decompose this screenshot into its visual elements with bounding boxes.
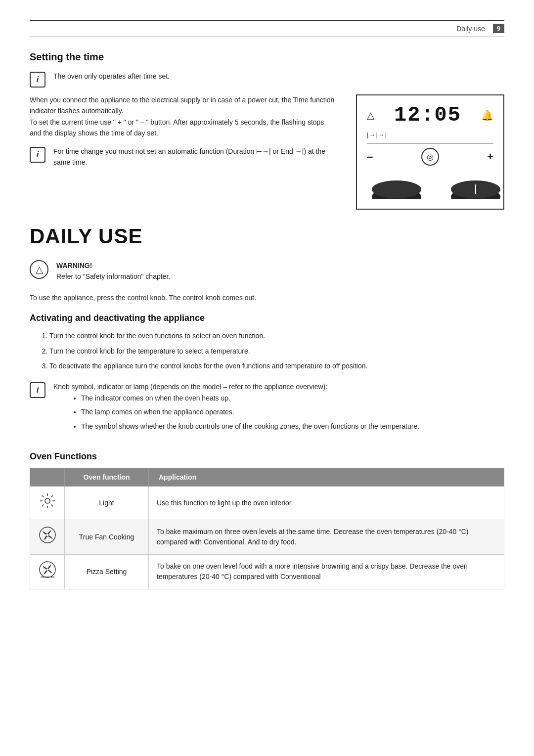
intro-text: To use the appliance, press the control … — [30, 292, 504, 303]
fan-application-cell: To bake maximum on three oven levels at … — [149, 520, 504, 554]
sound-icon: 🔔 — [481, 109, 493, 121]
warning-block: △ WARNING! Refer to "Safety information"… — [30, 260, 504, 282]
minus-sign: – — [367, 150, 373, 163]
activating-steps: Turn the control knob for the oven funct… — [49, 330, 504, 371]
warning-icon: △ — [30, 260, 48, 279]
table-header-row: Oven function Application — [30, 468, 504, 486]
fan-function-cell: True Fan Cooking — [65, 520, 149, 554]
info-icon-2: i — [30, 147, 45, 163]
info-icon-3: i — [30, 382, 45, 398]
bell-icon: △ — [367, 109, 374, 121]
light-function-cell: Light — [65, 486, 149, 520]
oven-functions-title: Oven Functions — [30, 451, 504, 462]
svg-point-1 — [372, 180, 421, 198]
setting-time-para: When you connect the appliance to the el… — [30, 94, 336, 139]
activating-title: Activating and deactivating the applianc… — [30, 313, 504, 323]
bullet-2: The lamp comes on when the appliance ope… — [81, 406, 419, 417]
svg-point-15 — [46, 534, 49, 536]
clock-knobs-svg — [367, 170, 505, 199]
header-page: 9 — [493, 24, 504, 33]
col-function-header: Oven function — [65, 468, 149, 486]
clock-time: 12:05 — [394, 103, 461, 127]
info-block-1: i The oven only operates after time set. — [30, 71, 504, 88]
setting-time-layout: When you connect the appliance to the el… — [30, 94, 504, 210]
header-title: Daily use — [456, 25, 485, 33]
bullet-3: The symbol shows whether the knob contro… — [81, 421, 419, 432]
fan-icon-cell — [30, 520, 65, 554]
setting-time-section: Setting the time i The oven only operate… — [30, 51, 504, 210]
setting-time-title: Setting the time — [30, 51, 504, 63]
oven-functions-table: Oven function Application — [30, 468, 504, 589]
knob-info-main: Knob symbol, indicator or lamp (depends … — [53, 381, 419, 392]
page: Daily use 9 Setting the time i The oven … — [0, 0, 534, 756]
col-application-header: Application — [149, 468, 504, 486]
svg-line-10 — [42, 495, 44, 497]
light-application-cell: Use this function to light up the oven i… — [149, 486, 504, 520]
para-text-1: When you connect the appliance to the el… — [30, 96, 334, 115]
table-row: Pizza Setting To bake on one oven level … — [30, 554, 504, 589]
para-text-2: To set the current time use " + " or " –… — [30, 118, 324, 137]
pizza-fan-icon — [39, 561, 56, 578]
col-icon-header — [30, 468, 65, 486]
fan-icon — [39, 526, 56, 544]
light-icon-cell — [30, 486, 65, 520]
svg-line-13 — [42, 504, 44, 506]
bullet-1: The indicator comes on when the oven hea… — [81, 393, 419, 403]
warning-label: WARNING! — [56, 260, 170, 271]
knob-info-block: i Knob symbol, indicator or lamp (depend… — [30, 381, 504, 440]
daily-use-heading: DAILY USE — [30, 224, 504, 248]
clock-bottom-row: – ◎ + — [367, 148, 493, 166]
info-icon-1: i — [30, 72, 45, 88]
pizza-function-cell: Pizza Setting — [65, 554, 149, 589]
table-row: True Fan Cooking To bake maximum on thre… — [30, 520, 504, 554]
svg-line-11 — [51, 504, 53, 506]
info-text-1: The oven only operates after time set. — [53, 71, 170, 82]
info-block-2: i For time change you must not set an au… — [30, 146, 336, 168]
step-3: To deactivate the appliance turn the con… — [49, 360, 504, 371]
step-2: Turn the control knob for the temperatur… — [49, 346, 504, 356]
bullet-list: The indicator comes on when the oven hea… — [81, 393, 419, 432]
clock-display: △ 12:05 🔔 |→|→| – ◎ + — [356, 94, 504, 210]
info-text-2: For time change you must not set an auto… — [53, 146, 336, 168]
step-1: Turn the control knob for the oven funct… — [49, 330, 504, 341]
clock-top-row: △ 12:05 🔔 — [367, 103, 493, 127]
pizza-icon-cell — [30, 554, 65, 589]
svg-line-12 — [51, 495, 53, 497]
clock-arrows: |→|→| — [367, 131, 493, 138]
setting-time-left: When you connect the appliance to the el… — [30, 94, 336, 175]
clock-center-circle: ◎ — [421, 148, 439, 166]
warning-text: Refer to "Safety information" chapter. — [56, 271, 170, 282]
warning-content: WARNING! Refer to "Safety information" c… — [56, 260, 170, 282]
clock-divider — [367, 143, 493, 144]
plus-sign: + — [487, 150, 493, 163]
pizza-application-cell: To bake on one oven level food with a mo… — [149, 554, 504, 589]
svg-point-17 — [46, 568, 49, 571]
knob-info-text: Knob symbol, indicator or lamp (depends … — [53, 381, 419, 440]
light-icon — [39, 492, 56, 509]
header-bar: Daily use 9 — [30, 20, 504, 37]
svg-point-5 — [45, 498, 50, 503]
clock-display-container: △ 12:05 🔔 |→|→| – ◎ + — [356, 94, 504, 210]
table-row: Light Use this function to light up the … — [30, 486, 504, 520]
